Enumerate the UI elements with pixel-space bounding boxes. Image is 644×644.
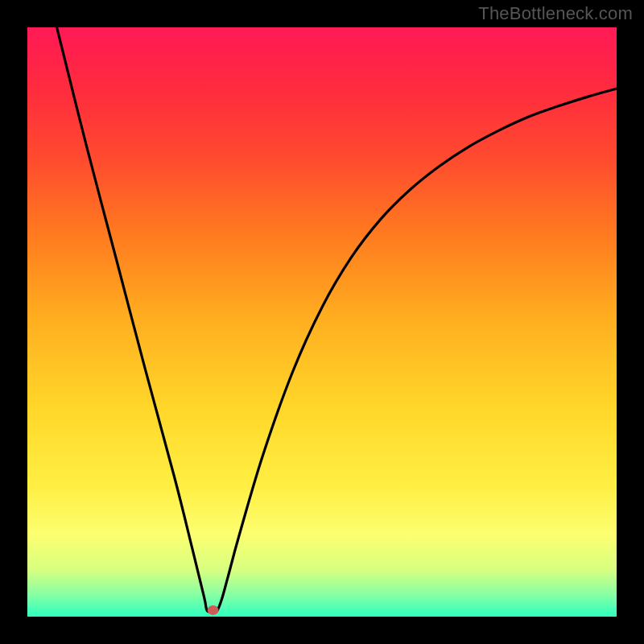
- watermark-text: TheBottleneck.com: [478, 3, 633, 24]
- optimum-marker: [208, 605, 219, 615]
- plot-area: [27, 27, 617, 617]
- chart-container: TheBottleneck.com: [0, 0, 644, 644]
- plot-svg: [27, 27, 617, 617]
